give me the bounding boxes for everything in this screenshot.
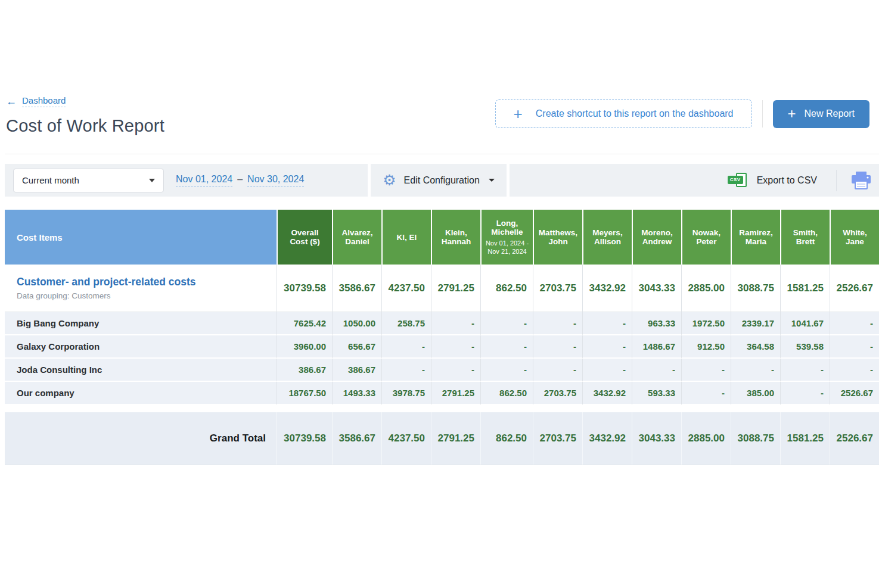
cost-group-label-cell: Customer- and project-related costsData … xyxy=(5,265,277,312)
table-row: Galaxy Corporation3960.00656.67-----1486… xyxy=(5,335,879,359)
value-cell: 3043.33 xyxy=(632,412,681,465)
value-cell: 1972.50 xyxy=(681,312,731,335)
value-cell: - xyxy=(681,359,731,382)
value-cell: 2703.75 xyxy=(533,265,582,312)
page-title: Cost of Work Report xyxy=(6,116,164,136)
row-label: Big Bang Company xyxy=(5,312,277,335)
column-header: Smith, Brett xyxy=(780,210,830,265)
export-csv-button[interactable]: CSV Export to CSV xyxy=(728,173,817,188)
header-divider xyxy=(5,154,879,154)
grand-total-table: Grand Total30739.583586.674237.502791.25… xyxy=(5,412,879,465)
actions-divider xyxy=(762,100,763,127)
column-header: Klein, Hannah xyxy=(431,210,480,265)
value-cell: 30739.58 xyxy=(277,412,332,465)
new-report-label: New Report xyxy=(805,108,855,119)
column-header: Kl, El xyxy=(381,210,431,265)
value-cell: - xyxy=(480,335,533,359)
column-header-label: Moreno, Andrew xyxy=(636,228,678,246)
cost-group-link[interactable]: Customer- and project-related costs xyxy=(17,276,195,288)
column-header-label: Meyers, Allison xyxy=(586,228,629,246)
grand-total-row: Grand Total30739.583586.674237.502791.25… xyxy=(5,412,879,465)
column-header-label: Long, Michelle xyxy=(485,219,530,237)
column-header: Nowak, Peter xyxy=(681,210,731,265)
value-cell: 30739.58 xyxy=(277,265,332,312)
header-actions: + Create shortcut to this report on the … xyxy=(495,99,869,128)
new-report-button[interactable]: + New Report xyxy=(773,100,870,128)
value-cell: - xyxy=(381,335,431,359)
value-cell: 258.75 xyxy=(381,312,431,335)
column-header: Ramirez, Maria xyxy=(731,210,780,265)
value-cell: 2526.67 xyxy=(830,382,879,405)
value-cell: 3432.92 xyxy=(582,412,632,465)
value-cell: - xyxy=(480,312,533,335)
value-cell: - xyxy=(431,335,480,359)
table-header-row: Cost ItemsOverall Cost ($)Alvarez, Danie… xyxy=(5,210,879,265)
gear-icon: ⚙ xyxy=(383,173,396,188)
value-cell: 862.50 xyxy=(480,382,533,405)
value-cell: - xyxy=(582,312,632,335)
create-shortcut-button[interactable]: + Create shortcut to this report on the … xyxy=(495,99,752,128)
value-cell: - xyxy=(632,359,681,382)
create-shortcut-label: Create shortcut to this report on the da… xyxy=(536,108,734,119)
value-cell: - xyxy=(830,359,879,382)
value-cell: 3432.92 xyxy=(582,265,632,312)
value-cell: - xyxy=(780,382,830,405)
column-header-dates: Nov 01, 2024 - Nov 21, 2024 xyxy=(485,239,530,256)
print-button[interactable] xyxy=(851,172,871,189)
value-cell: - xyxy=(731,359,780,382)
value-cell: 18767.50 xyxy=(277,382,332,405)
value-cell: 862.50 xyxy=(480,265,533,312)
value-cell: - xyxy=(480,359,533,382)
value-cell: 593.33 xyxy=(632,382,681,405)
column-header: Meyers, Allison xyxy=(582,210,632,265)
value-cell: 1486.67 xyxy=(632,335,681,359)
value-cell: 539.58 xyxy=(780,335,830,359)
column-header: Overall Cost ($) xyxy=(277,210,332,265)
date-from-link[interactable]: Nov 01, 2024 xyxy=(176,174,232,186)
printer-icon xyxy=(851,172,871,189)
value-cell: 862.50 xyxy=(480,412,533,465)
date-to-link[interactable]: Nov 30, 2024 xyxy=(247,174,304,186)
value-cell: 386.67 xyxy=(332,359,381,382)
value-cell: 2885.00 xyxy=(681,412,731,465)
value-cell: 3088.75 xyxy=(731,265,780,312)
row-label: Our company xyxy=(5,382,277,405)
value-cell: 3088.75 xyxy=(731,412,780,465)
back-to-dashboard-link[interactable]: ← Dashboard xyxy=(6,95,66,107)
value-cell: 364.58 xyxy=(731,335,780,359)
value-cell: - xyxy=(431,359,480,382)
column-header-label: Smith, Brett xyxy=(784,228,827,246)
value-cell: - xyxy=(582,335,632,359)
value-cell: 2703.75 xyxy=(533,412,582,465)
value-cell: - xyxy=(830,312,879,335)
title-block: ← Dashboard Cost of Work Report xyxy=(6,95,164,136)
date-range: Nov 01, 2024 – Nov 30, 2024 xyxy=(176,174,304,186)
value-cell: 1050.00 xyxy=(332,312,381,335)
column-header-label: Matthews, John xyxy=(537,228,579,246)
value-cell: 385.00 xyxy=(731,382,780,405)
value-cell: 1581.25 xyxy=(780,412,830,465)
value-cell: 2791.25 xyxy=(431,412,480,465)
table-row: Joda Consulting Inc386.67386.67---------… xyxy=(5,359,879,382)
value-cell: 3586.67 xyxy=(332,412,381,465)
csv-badge: CSV xyxy=(728,176,743,184)
column-header: Long, MichelleNov 01, 2024 - Nov 21, 202… xyxy=(480,210,533,265)
column-header-label: Kl, El xyxy=(386,233,428,242)
column-header-label: Klein, Hannah xyxy=(435,228,477,246)
value-cell: 2526.67 xyxy=(830,412,879,465)
value-cell: 2791.25 xyxy=(431,382,480,405)
value-cell: - xyxy=(681,382,731,405)
chevron-down-icon xyxy=(489,179,495,182)
period-select[interactable]: Current month xyxy=(13,169,164,192)
report-table-container: Cost ItemsOverall Cost ($)Alvarez, Danie… xyxy=(5,210,879,405)
export-csv-label: Export to CSV xyxy=(757,175,817,186)
csv-file-icon: CSV xyxy=(728,173,747,188)
column-header-label: Overall Cost ($) xyxy=(288,228,322,246)
value-cell: 1581.25 xyxy=(780,265,830,312)
value-cell: 2339.17 xyxy=(731,312,780,335)
chevron-down-icon xyxy=(149,179,155,182)
value-cell: - xyxy=(830,335,879,359)
value-cell: 1493.33 xyxy=(332,382,381,405)
cost-group-row: Customer- and project-related costsData … xyxy=(5,265,879,312)
edit-configuration-button[interactable]: ⚙ Edit Configuration xyxy=(371,164,507,197)
